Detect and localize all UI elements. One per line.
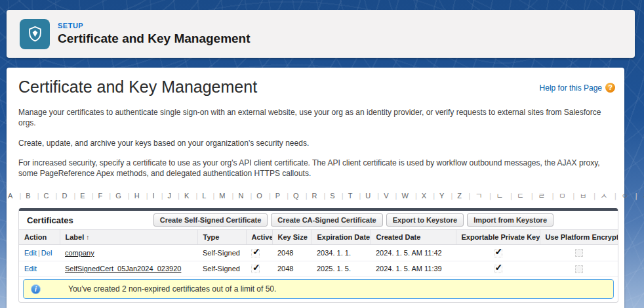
- help-link[interactable]: Help for this Page ?: [540, 83, 615, 93]
- index-letter-link[interactable]: D: [52, 191, 69, 200]
- active-cell: ✓: [246, 245, 272, 261]
- intro-paragraph-1: Manage your certificates to authenticate…: [18, 107, 613, 128]
- expiration-date-cell: 2034. 1. 1.: [312, 245, 371, 261]
- column-header-use-platform-encryption[interactable]: Use Platform Encryption: [540, 230, 618, 245]
- intro-paragraph-2: Create, update, and archive your keys ba…: [18, 138, 613, 148]
- title-row: Certificate and Key Management Help for …: [7, 68, 624, 97]
- index-letter-link[interactable]: V: [374, 191, 390, 200]
- info-message: You've created 2 non-expired certificate…: [68, 284, 276, 294]
- exportable-private-key-cell: ✓: [456, 245, 540, 261]
- intro-paragraph-3: For increased security, specify a certif…: [18, 158, 613, 179]
- index-letter-link[interactable]: ㅁ: [548, 191, 567, 201]
- index-letter-link[interactable]: ㄱ: [465, 191, 484, 201]
- platform-encryption-checkbox: [575, 265, 583, 273]
- index-letter-link[interactable]: W: [392, 191, 410, 200]
- index-letter-link[interactable]: S: [321, 191, 336, 200]
- exportable-checkmark-icon: ✓: [494, 249, 502, 257]
- label-cell: company: [60, 245, 197, 261]
- create-ca-signed-certificate-button[interactable]: Create CA-Signed Certificate: [271, 213, 382, 227]
- index-letter-link[interactable]: Z: [447, 191, 463, 200]
- table-header-row: Action Label↑ Type Active Key Size Expir…: [19, 230, 618, 245]
- active-checkmark-icon: ✓: [251, 265, 260, 273]
- column-header-action[interactable]: Action: [19, 230, 60, 245]
- create-self-signed-certificate-button[interactable]: Create Self-Signed Certificate: [153, 213, 268, 227]
- page-title: Certificate and Key Management: [18, 77, 257, 97]
- index-letter-link[interactable]: R: [302, 191, 319, 200]
- action-separator: |: [38, 249, 40, 257]
- help-question-icon[interactable]: ?: [605, 83, 615, 93]
- sort-ascending-icon: ↑: [86, 234, 89, 241]
- type-cell: Self-Signed: [197, 245, 246, 261]
- import-from-keystore-button[interactable]: Import from Keystore: [467, 213, 553, 227]
- certificates-button-group: Create Self-Signed Certificate Create CA…: [153, 213, 553, 227]
- active-cell: ✓: [246, 261, 272, 277]
- del-link[interactable]: Del: [41, 249, 52, 257]
- index-letter-link[interactable]: Q: [283, 191, 300, 200]
- column-header-active[interactable]: Active: [246, 230, 272, 245]
- index-letter-link[interactable]: I: [143, 191, 156, 200]
- certificates-section-title: Certificates: [27, 215, 73, 225]
- certificates-panel-header: Certificates Create Self-Signed Certific…: [19, 211, 618, 229]
- table-row: Edit|Del company Self-Signed ✓ 2048 2034…: [19, 245, 618, 261]
- created-date-cell: 2024. 1. 5. AM 11:39: [371, 261, 456, 277]
- index-letter-link[interactable]: G: [106, 191, 122, 200]
- use-platform-encryption-cell: [540, 245, 618, 261]
- index-letter-link[interactable]: ㅅ: [590, 191, 609, 201]
- index-letter-link[interactable]: P: [266, 191, 281, 200]
- index-letter-link[interactable]: E: [70, 191, 86, 200]
- export-to-keystore-button[interactable]: Export to Keystore: [386, 213, 464, 227]
- type-cell: Self-Signed: [197, 261, 246, 277]
- index-letter-link[interactable]: ㅈ: [632, 191, 644, 201]
- created-date-cell: 2024. 1. 5. AM 11:42: [371, 245, 456, 261]
- index-letter-link[interactable]: U: [355, 191, 372, 200]
- index-letter-link[interactable]: O: [247, 191, 263, 200]
- index-letter-link[interactable]: B: [16, 191, 31, 200]
- index-letter-link[interactable]: C: [34, 191, 50, 200]
- label-header-text: Label: [66, 233, 85, 241]
- use-platform-encryption-cell: [540, 261, 618, 277]
- edit-link[interactable]: Edit: [24, 249, 37, 257]
- column-header-expiration-date[interactable]: Expiration Date: [312, 230, 371, 245]
- setup-header-card: SETUP Certificate and Key Management: [7, 10, 635, 58]
- certificate-label-link[interactable]: company: [65, 249, 94, 257]
- platform-encryption-checkbox: [575, 249, 583, 257]
- index-letter-link[interactable]: N: [229, 191, 245, 200]
- column-header-label[interactable]: Label↑: [60, 230, 197, 245]
- certificate-label-link[interactable]: SelfSignedCert_05Jan2024_023920: [65, 265, 181, 273]
- key-size-cell: 2048: [272, 245, 312, 261]
- alphabet-index-bar: A B C D E F G H I J K L M N O P: [7, 191, 619, 201]
- exportable-checkmark-icon: ✓: [494, 265, 502, 273]
- info-banner: i You've created 2 non-expired certifica…: [23, 279, 614, 299]
- index-letter-link[interactable]: L: [192, 191, 207, 200]
- index-letter-link[interactable]: M: [209, 191, 226, 200]
- index-letter-link[interactable]: T: [338, 191, 354, 200]
- index-letter-link[interactable]: Y: [430, 191, 445, 200]
- index-letter-link[interactable]: H: [125, 191, 141, 200]
- index-letter-link[interactable]: F: [89, 191, 104, 200]
- index-letter-link[interactable]: ㅂ: [569, 191, 588, 201]
- edit-link[interactable]: Edit: [24, 265, 37, 273]
- index-letter-link[interactable]: ㄹ: [527, 191, 546, 201]
- help-link-label: Help for this Page: [540, 83, 602, 93]
- index-letter-link[interactable]: X: [412, 191, 428, 200]
- label-cell: SelfSignedCert_05Jan2024_023920: [60, 261, 197, 277]
- column-header-created-date[interactable]: Created Date: [371, 230, 456, 245]
- main-content-card: Certificate and Key Management Help for …: [7, 68, 624, 308]
- index-letter-link[interactable]: ㄴ: [486, 191, 505, 201]
- index-letter-link[interactable]: K: [174, 191, 190, 200]
- certificate-shield-icon: [20, 19, 50, 49]
- key-size-cell: 2048: [272, 261, 312, 277]
- index-letter-link[interactable]: ㅇ: [611, 191, 630, 201]
- certificates-table: Action Label↑ Type Active Key Size Expir…: [19, 229, 618, 277]
- active-checkmark-icon: ✓: [251, 249, 260, 257]
- column-header-key-size[interactable]: Key Size: [272, 230, 312, 245]
- column-header-type[interactable]: Type: [197, 230, 246, 245]
- certificates-panel: Certificates Create Self-Signed Certific…: [18, 208, 618, 303]
- index-letter-link[interactable]: A: [7, 191, 14, 200]
- index-letter-link[interactable]: J: [158, 191, 172, 200]
- header-text: SETUP Certificate and Key Management: [58, 22, 251, 46]
- column-header-exportable-private-key[interactable]: Exportable Private Key: [456, 230, 540, 245]
- expiration-date-cell: 2025. 1. 5.: [312, 261, 371, 277]
- exportable-private-key-cell: ✓: [456, 261, 540, 277]
- index-letter-link[interactable]: ㄷ: [507, 191, 526, 201]
